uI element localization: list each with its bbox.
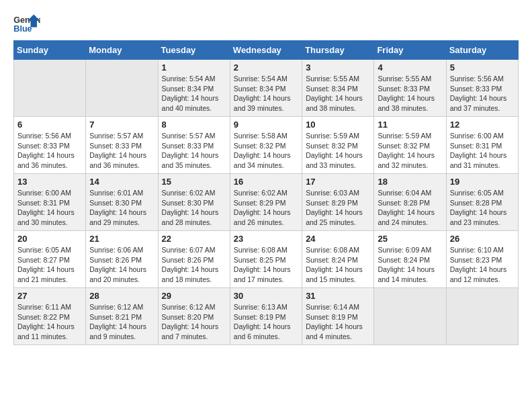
calendar-day-cell: 10Sunrise: 5:59 AMSunset: 8:32 PMDayligh…: [302, 117, 374, 174]
day-number: 31: [306, 291, 370, 301]
day-of-week-header: Tuesday: [158, 41, 230, 60]
calendar-table: SundayMondayTuesdayWednesdayThursdayFrid…: [13, 40, 519, 345]
day-number: 14: [89, 177, 154, 187]
calendar-week-row: 27Sunrise: 6:11 AMSunset: 8:22 PMDayligh…: [14, 288, 519, 345]
day-number: 4: [378, 62, 442, 73]
day-info: Sunrise: 5:59 AMSunset: 8:32 PMDaylight:…: [306, 131, 370, 171]
calendar-day-cell: [86, 60, 158, 117]
day-info: Sunrise: 6:05 AMSunset: 8:27 PMDaylight:…: [17, 245, 82, 285]
day-info: Sunrise: 6:09 AMSunset: 8:24 PMDaylight:…: [378, 245, 442, 285]
day-info: Sunrise: 6:03 AMSunset: 8:29 PMDaylight:…: [306, 188, 370, 228]
day-info: Sunrise: 5:58 AMSunset: 8:32 PMDaylight:…: [234, 131, 298, 171]
svg-text:Blue: Blue: [13, 24, 32, 34]
calendar-day-cell: 17Sunrise: 6:03 AMSunset: 8:29 PMDayligh…: [302, 174, 374, 231]
day-number: 26: [450, 234, 515, 244]
day-number: 19: [450, 177, 515, 187]
day-info: Sunrise: 6:14 AMSunset: 8:19 PMDaylight:…: [306, 302, 370, 342]
calendar-day-cell: 22Sunrise: 6:07 AMSunset: 8:26 PMDayligh…: [158, 231, 230, 288]
day-number: 18: [378, 177, 442, 187]
day-info: Sunrise: 5:55 AMSunset: 8:33 PMDaylight:…: [378, 74, 442, 113]
day-info: Sunrise: 5:56 AMSunset: 8:33 PMDaylight:…: [17, 131, 82, 171]
day-number: 15: [162, 177, 226, 187]
day-number: 16: [234, 177, 298, 187]
day-info: Sunrise: 5:57 AMSunset: 8:33 PMDaylight:…: [89, 131, 154, 171]
day-number: 28: [89, 291, 154, 301]
calendar-week-row: 6Sunrise: 5:56 AMSunset: 8:33 PMDaylight…: [14, 117, 519, 174]
day-number: 23: [234, 234, 298, 244]
day-info: Sunrise: 5:54 AMSunset: 8:34 PMDaylight:…: [162, 74, 226, 113]
day-number: 29: [162, 291, 226, 301]
calendar-day-cell: [446, 288, 518, 345]
calendar-day-cell: 12Sunrise: 6:00 AMSunset: 8:31 PMDayligh…: [446, 117, 518, 174]
day-number: 22: [162, 234, 226, 244]
day-info: Sunrise: 6:02 AMSunset: 8:30 PMDaylight:…: [162, 188, 226, 228]
day-of-week-header: Thursday: [302, 41, 374, 60]
day-info: Sunrise: 6:08 AMSunset: 8:25 PMDaylight:…: [234, 245, 298, 285]
day-number: 3: [306, 62, 370, 73]
day-number: 1: [162, 62, 226, 73]
calendar-day-cell: 15Sunrise: 6:02 AMSunset: 8:30 PMDayligh…: [158, 174, 230, 231]
day-of-week-header: Monday: [86, 41, 158, 60]
day-number: 20: [17, 234, 82, 244]
day-info: Sunrise: 6:12 AMSunset: 8:20 PMDaylight:…: [162, 302, 226, 342]
day-number: 17: [306, 177, 370, 187]
day-number: 10: [306, 120, 370, 130]
day-info: Sunrise: 6:06 AMSunset: 8:26 PMDaylight:…: [89, 245, 154, 285]
calendar-day-cell: 5Sunrise: 5:56 AMSunset: 8:33 PMDaylight…: [446, 60, 518, 117]
calendar-day-cell: 30Sunrise: 6:13 AMSunset: 8:19 PMDayligh…: [230, 288, 302, 345]
day-info: Sunrise: 6:02 AMSunset: 8:29 PMDaylight:…: [234, 188, 298, 228]
day-number: 21: [89, 234, 154, 244]
day-number: 24: [306, 234, 370, 244]
calendar-day-cell: 16Sunrise: 6:02 AMSunset: 8:29 PMDayligh…: [230, 174, 302, 231]
day-number: 5: [450, 62, 515, 73]
day-number: 8: [162, 120, 226, 130]
day-of-week-header: Saturday: [446, 41, 518, 60]
day-info: Sunrise: 5:55 AMSunset: 8:34 PMDaylight:…: [306, 74, 370, 113]
day-info: Sunrise: 6:07 AMSunset: 8:26 PMDaylight:…: [162, 245, 226, 285]
calendar-week-row: 20Sunrise: 6:05 AMSunset: 8:27 PMDayligh…: [14, 231, 519, 288]
calendar-week-row: 1Sunrise: 5:54 AMSunset: 8:34 PMDaylight…: [14, 60, 519, 117]
logo: General Blue: [13, 13, 40, 34]
logo-icon: General Blue: [13, 13, 40, 34]
calendar-day-cell: 3Sunrise: 5:55 AMSunset: 8:34 PMDaylight…: [302, 60, 374, 117]
calendar-day-cell: 19Sunrise: 6:05 AMSunset: 8:28 PMDayligh…: [446, 174, 518, 231]
day-info: Sunrise: 6:10 AMSunset: 8:23 PMDaylight:…: [450, 245, 515, 285]
calendar-day-cell: 1Sunrise: 5:54 AMSunset: 8:34 PMDaylight…: [158, 60, 230, 117]
day-info: Sunrise: 6:08 AMSunset: 8:24 PMDaylight:…: [306, 245, 370, 285]
calendar-day-cell: 11Sunrise: 5:59 AMSunset: 8:32 PMDayligh…: [374, 117, 446, 174]
day-of-week-header: Wednesday: [230, 41, 302, 60]
calendar-day-cell: 29Sunrise: 6:12 AMSunset: 8:20 PMDayligh…: [158, 288, 230, 345]
day-number: 7: [89, 120, 154, 130]
calendar-day-cell: 8Sunrise: 5:57 AMSunset: 8:33 PMDaylight…: [158, 117, 230, 174]
day-number: 25: [378, 234, 442, 244]
day-info: Sunrise: 5:59 AMSunset: 8:32 PMDaylight:…: [378, 131, 442, 171]
day-info: Sunrise: 6:01 AMSunset: 8:30 PMDaylight:…: [89, 188, 154, 228]
day-of-week-header: Friday: [374, 41, 446, 60]
day-info: Sunrise: 6:12 AMSunset: 8:21 PMDaylight:…: [89, 302, 154, 342]
day-number: 12: [450, 120, 515, 130]
day-number: 27: [17, 291, 82, 301]
day-number: 9: [234, 120, 298, 130]
calendar-day-cell: [14, 60, 86, 117]
calendar-day-cell: 28Sunrise: 6:12 AMSunset: 8:21 PMDayligh…: [86, 288, 158, 345]
day-of-week-header: Sunday: [14, 41, 86, 60]
page-header: General Blue: [13, 13, 519, 34]
day-number: 2: [234, 62, 298, 73]
day-info: Sunrise: 6:13 AMSunset: 8:19 PMDaylight:…: [234, 302, 298, 342]
calendar-day-cell: 13Sunrise: 6:00 AMSunset: 8:31 PMDayligh…: [14, 174, 86, 231]
day-number: 13: [17, 177, 82, 187]
day-info: Sunrise: 6:04 AMSunset: 8:28 PMDaylight:…: [378, 188, 442, 228]
calendar-day-cell: 4Sunrise: 5:55 AMSunset: 8:33 PMDaylight…: [374, 60, 446, 117]
day-number: 6: [17, 120, 82, 130]
calendar-week-row: 13Sunrise: 6:00 AMSunset: 8:31 PMDayligh…: [14, 174, 519, 231]
calendar-day-cell: 7Sunrise: 5:57 AMSunset: 8:33 PMDaylight…: [86, 117, 158, 174]
day-info: Sunrise: 5:56 AMSunset: 8:33 PMDaylight:…: [450, 74, 515, 113]
day-info: Sunrise: 6:00 AMSunset: 8:31 PMDaylight:…: [450, 131, 515, 171]
calendar-day-cell: 27Sunrise: 6:11 AMSunset: 8:22 PMDayligh…: [14, 288, 86, 345]
day-number: 30: [234, 291, 298, 301]
calendar-day-cell: 25Sunrise: 6:09 AMSunset: 8:24 PMDayligh…: [374, 231, 446, 288]
calendar-day-cell: 26Sunrise: 6:10 AMSunset: 8:23 PMDayligh…: [446, 231, 518, 288]
day-info: Sunrise: 6:05 AMSunset: 8:28 PMDaylight:…: [450, 188, 515, 228]
calendar-day-cell: 6Sunrise: 5:56 AMSunset: 8:33 PMDaylight…: [14, 117, 86, 174]
calendar-day-cell: 18Sunrise: 6:04 AMSunset: 8:28 PMDayligh…: [374, 174, 446, 231]
